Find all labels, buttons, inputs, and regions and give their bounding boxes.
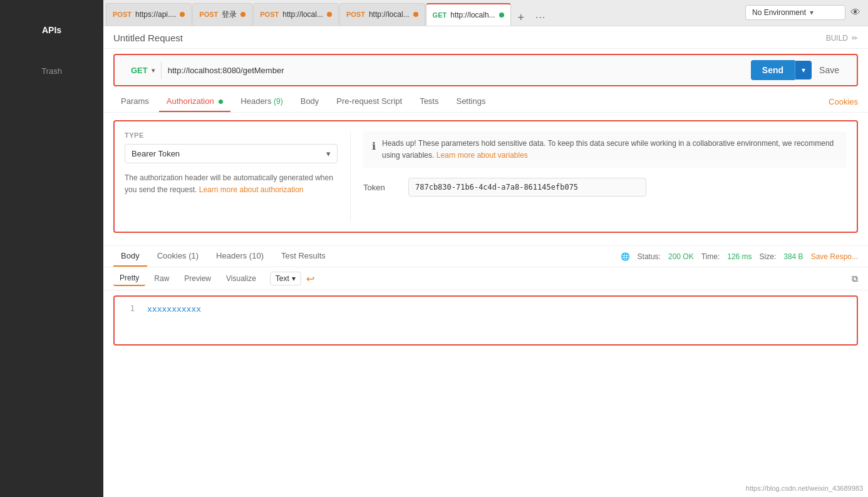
token-label: Token <box>363 183 401 192</box>
sidebar: APIs Trash <box>0 0 103 497</box>
main-panel: POST https://api.... POST 登录 POST http:/… <box>103 0 868 497</box>
response-line-1: 1 xxxxxxxxxxx <box>122 304 849 314</box>
tab-tests[interactable]: Tests <box>412 91 446 112</box>
environment-selector[interactable]: No Environment ▾ <box>745 5 845 20</box>
text-format-chevron-icon: ▾ <box>292 274 296 283</box>
send-button[interactable]: Send <box>751 60 795 80</box>
tab-2[interactable]: POST http://local... <box>253 3 339 26</box>
auth-learn-more-link[interactable]: Learn more about authorization <box>199 185 304 194</box>
size-value: 384 B <box>783 252 803 261</box>
tab-body[interactable]: Body <box>293 91 327 112</box>
fmt-preview[interactable]: Preview <box>178 272 217 285</box>
auth-content: TYPE Bearer Token ▾ The authorization he… <box>113 120 858 233</box>
auth-type-chevron-icon: ▾ <box>326 149 331 158</box>
tab-dot-1 <box>240 12 245 17</box>
res-tab-body[interactable]: Body <box>113 246 147 267</box>
save-button[interactable]: Save <box>812 60 847 80</box>
tab-3[interactable]: POST http://local... <box>339 3 425 26</box>
res-tab-cookies[interactable]: Cookies (1) <box>150 246 206 267</box>
tab-0[interactable]: POST https://api.... <box>106 3 192 26</box>
tab-url-2: http://local... <box>282 10 323 19</box>
edit-icon[interactable]: ✏ <box>852 34 858 43</box>
auth-right: ℹ Heads up! These parameters hold sensit… <box>363 131 847 222</box>
info-icon: ℹ <box>372 138 376 161</box>
fmt-pretty[interactable]: Pretty <box>113 271 145 286</box>
status-value: 200 OK <box>668 252 694 261</box>
response-body: 1 xxxxxxxxxxx <box>113 295 858 346</box>
wrap-icon[interactable]: ↩ <box>306 273 314 285</box>
sidebar-trash-label[interactable]: Trash <box>41 66 62 76</box>
auth-left: TYPE Bearer Token ▾ The authorization he… <box>125 131 338 222</box>
text-format-select[interactable]: Text ▾ <box>270 272 301 285</box>
size-label: Size: <box>760 252 777 261</box>
tab-authorization[interactable]: Authorization <box>159 91 231 112</box>
headers-count: (9) <box>274 97 283 106</box>
send-btn-container: Send ▾ <box>751 60 812 80</box>
tab-params[interactable]: Params <box>113 91 157 112</box>
tab-url-0: https://api.... <box>135 10 176 19</box>
eye-icon[interactable]: 👁 <box>850 7 860 18</box>
tab-method-1: POST <box>199 11 218 18</box>
line-number-1: 1 <box>122 304 135 314</box>
request-title: Untitled Request <box>113 33 183 43</box>
copy-icon[interactable]: ⧉ <box>852 274 858 284</box>
status-label: Status: <box>638 252 661 261</box>
tab-settings[interactable]: Settings <box>448 91 493 112</box>
method-label: GET <box>131 66 148 75</box>
build-label: BUILD <box>826 34 848 43</box>
fmt-visualize[interactable]: Visualize <box>220 272 262 285</box>
tab-method-3: POST <box>346 11 365 18</box>
auth-notice: ℹ Heads up! These parameters hold sensit… <box>363 131 847 168</box>
auth-dot <box>219 100 223 104</box>
request-tabs: Params Authorization Headers (9) Body Pr… <box>103 91 868 113</box>
time-value: 126 ms <box>727 252 752 261</box>
tab-headers[interactable]: Headers (9) <box>233 91 290 112</box>
tab-method-2: POST <box>260 11 279 18</box>
tab-1[interactable]: POST 登录 <box>192 3 252 26</box>
watermark: https://blog.csdn.net/weixin_43689983 <box>746 484 863 492</box>
more-tabs-button[interactable]: ··· <box>532 11 549 24</box>
token-input[interactable] <box>408 178 646 197</box>
url-bar-container: GET ▾ Send ▾ Save <box>113 54 858 86</box>
url-input[interactable] <box>162 62 751 79</box>
send-dropdown-button[interactable]: ▾ <box>795 61 812 79</box>
tab-actions: + ··· <box>514 10 550 26</box>
res-status-area: 🌐 Status: 200 OK Time: 126 ms Size: 384 … <box>621 252 858 261</box>
fmt-raw[interactable]: Raw <box>148 272 175 285</box>
tab-method-0: POST <box>113 11 132 18</box>
auth-notice-text: Heads up! These parameters hold sensitiv… <box>382 138 838 161</box>
tab-dot-4 <box>499 13 504 18</box>
tab-4[interactable]: GET http://localh... <box>426 3 511 26</box>
sidebar-apis-label[interactable]: APIs <box>42 25 61 35</box>
tab-url-1: 登录 <box>222 9 237 20</box>
method-selector[interactable]: GET ▾ <box>125 62 162 79</box>
env-chevron-icon: ▾ <box>810 8 814 17</box>
tab-method-4: GET <box>433 11 447 19</box>
tab-dot-2 <box>327 12 332 17</box>
response-section: Body Cookies (1) Headers (10) Test Resul… <box>103 245 868 351</box>
env-area: No Environment ▾ 👁 <box>738 0 868 26</box>
time-label: Time: <box>701 252 720 261</box>
token-row: Token <box>363 178 847 197</box>
method-chevron-icon: ▾ <box>152 67 155 74</box>
auth-divider <box>350 131 351 222</box>
auth-type-value: Bearer Token <box>132 149 180 158</box>
res-format-bar: Pretty Raw Preview Visualize Text ▾ ↩ ⧉ <box>103 267 868 290</box>
tab-prerequest[interactable]: Pre-request Script <box>329 91 410 112</box>
res-tab-headers[interactable]: Headers (10) <box>209 246 271 267</box>
tab-url-4: http://localh... <box>450 11 495 19</box>
tab-bar: POST https://api.... POST 登录 POST http:/… <box>103 1 738 26</box>
learn-variables-link[interactable]: Learn more about variables <box>437 151 528 160</box>
response-tabs: Body Cookies (1) Headers (10) Test Resul… <box>103 246 868 267</box>
cookies-link[interactable]: Cookies <box>829 97 858 106</box>
auth-type-label: TYPE <box>125 131 338 139</box>
request-header: Untitled Request BUILD ✏ <box>103 26 868 49</box>
add-tab-button[interactable]: + <box>514 10 529 26</box>
tab-dot-0 <box>180 12 185 17</box>
build-area: BUILD ✏ <box>826 34 858 43</box>
tab-dot-3 <box>413 12 418 17</box>
auth-type-select[interactable]: Bearer Token ▾ <box>125 144 338 163</box>
tab-url-3: http://local... <box>369 10 410 19</box>
save-response-button[interactable]: Save Respo... <box>811 252 858 261</box>
res-tab-test-results[interactable]: Test Results <box>274 246 333 267</box>
